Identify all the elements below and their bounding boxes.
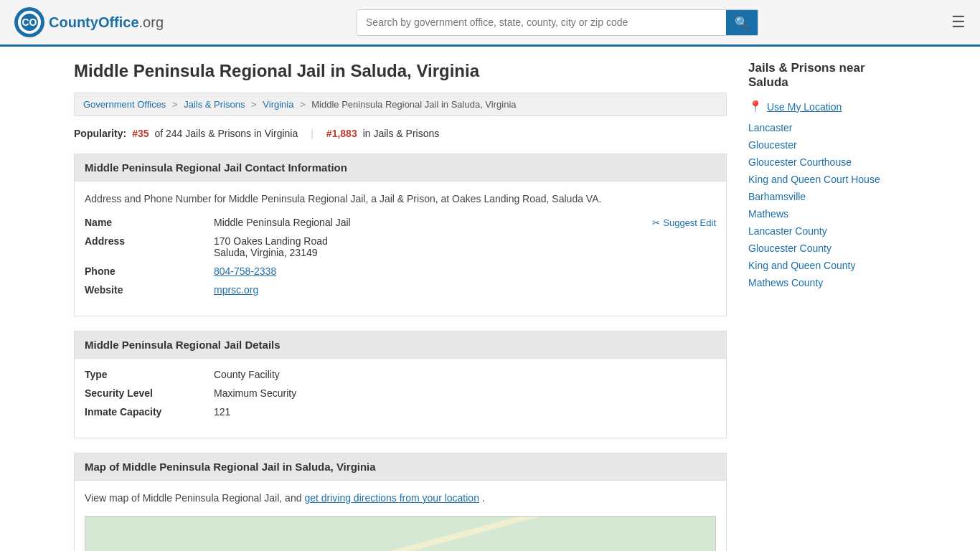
menu-icon[interactable]: ☰ (951, 13, 966, 32)
breadcrumb-sep-1: > (172, 99, 178, 110)
details-section-body: Type County Facility Security Level Maxi… (74, 358, 727, 438)
sidebar-list-item: Lancaster County (748, 225, 906, 237)
sidebar-list-item: Lancaster (748, 122, 906, 133)
popularity-rank2-text: in Jails & Prisons (363, 128, 440, 139)
capacity-row: Inmate Capacity 121 (85, 406, 716, 418)
website-value: mprsc.org (214, 284, 258, 296)
phone-label: Phone (85, 265, 214, 277)
popularity-rank-number: #35 (132, 128, 149, 139)
search-button[interactable]: 🔍 (726, 10, 758, 35)
sidebar-list-item: Mathews County (748, 277, 906, 288)
svg-text:CO: CO (22, 17, 37, 28)
search-area: 🔍 (357, 9, 758, 36)
breadcrumb-sep-2: > (251, 99, 257, 110)
suggest-edit-label: Suggest Edit (663, 217, 716, 228)
address-value: 170 Oakes Landing Road Saluda, Virginia,… (214, 235, 328, 258)
popularity-separator: | (311, 128, 314, 139)
logo-icon: CO (14, 7, 44, 37)
sidebar-link-9[interactable]: Mathews County (748, 277, 823, 288)
breadcrumb-sep-3: > (300, 99, 306, 110)
popularity-bar: Popularity: #35 of 244 Jails & Prisons i… (74, 128, 727, 139)
popularity-rank2-number: #1,883 (326, 128, 357, 139)
map-section: Map of Middle Peninsula Regional Jail in… (74, 453, 727, 551)
sidebar-list-item: King and Queen Court House (748, 174, 906, 185)
use-my-location-link[interactable]: Use My Location (767, 101, 842, 113)
search-icon: 🔍 (735, 17, 749, 29)
breadcrumb: Government Offices > Jails & Prisons > V… (74, 93, 727, 116)
contact-name-row: Name Middle Peninsula Regional Jail ✂ Su… (85, 217, 716, 228)
search-input[interactable] (357, 11, 726, 34)
website-row: Website mprsc.org (85, 284, 716, 296)
phone-link[interactable]: 804-758-2338 (214, 265, 276, 277)
phone-value: 804-758-2338 (214, 265, 276, 277)
logo-area: CO CountyOffice.org (14, 7, 164, 37)
driving-directions-link[interactable]: get driving directions from your locatio… (304, 492, 479, 504)
sidebar-link-1[interactable]: Gloucester (748, 139, 797, 151)
type-value: County Facility (214, 369, 280, 380)
capacity-value: 121 (214, 406, 230, 418)
popularity-label: Popularity: (74, 128, 126, 139)
sidebar-link-2[interactable]: Gloucester Courthouse (748, 156, 852, 168)
map-background (85, 517, 715, 551)
details-section: Middle Peninsula Regional Jail Details T… (74, 331, 727, 438)
popularity-rank-text: of 244 Jails & Prisons in Virginia (154, 128, 298, 139)
edit-icon: ✂ (652, 217, 660, 228)
capacity-label: Inmate Capacity (85, 406, 214, 418)
website-label: Website (85, 284, 214, 296)
map-section-body: View map of Middle Peninsula Regional Ja… (74, 480, 727, 551)
breadcrumb-link-3[interactable]: Virginia (263, 99, 293, 110)
sidebar-list-item: King and Queen County (748, 260, 906, 271)
breadcrumb-current: Middle Peninsula Regional Jail in Saluda… (311, 99, 516, 110)
sidebar-list-item: Gloucester (748, 139, 906, 151)
contact-section: Middle Peninsula Regional Jail Contact I… (74, 154, 727, 316)
content-area: Middle Peninsula Regional Jail in Saluda… (74, 61, 727, 551)
security-row: Security Level Maximum Security (85, 387, 716, 399)
sidebar-list-item: Barhamsville (748, 191, 906, 202)
sidebar-list-item: Gloucester Courthouse (748, 156, 906, 168)
sidebar-list-item: Gloucester County (748, 242, 906, 254)
map-desc-end: . (482, 492, 485, 504)
sidebar-link-5[interactable]: Mathews (748, 208, 788, 220)
page-title: Middle Peninsula Regional Jail in Saluda… (74, 61, 727, 81)
sidebar-title: Jails & Prisons near Saluda (748, 61, 906, 90)
address-row: Address 170 Oakes Landing Road Saluda, V… (85, 235, 716, 258)
security-value: Maximum Security (214, 387, 296, 399)
contact-section-body: Address and Phone Number for Middle Peni… (74, 181, 727, 316)
security-label: Security Level (85, 387, 214, 399)
address-label: Address (85, 235, 214, 247)
map-placeholder[interactable]: Middle Peninsula Regional Security (85, 516, 716, 551)
website-link[interactable]: mprsc.org (214, 284, 258, 296)
location-pin-icon: 📍 (748, 100, 763, 113)
sidebar-link-4[interactable]: Barhamsville (748, 191, 806, 202)
site-header: CO CountyOffice.org 🔍 ☰ (0, 0, 980, 47)
sidebar-location: 📍 Use My Location (748, 100, 906, 113)
sidebar-link-3[interactable]: King and Queen Court House (748, 174, 880, 185)
sidebar-link-7[interactable]: Gloucester County (748, 242, 831, 254)
map-section-header: Map of Middle Peninsula Regional Jail in… (74, 453, 727, 480)
name-value: Middle Peninsula Regional Jail (214, 217, 351, 228)
sidebar-links: LancasterGloucesterGloucester Courthouse… (748, 122, 906, 288)
sidebar-link-6[interactable]: Lancaster County (748, 225, 827, 237)
breadcrumb-link-2[interactable]: Jails & Prisons (184, 99, 245, 110)
sidebar-list-item: Mathews (748, 208, 906, 220)
name-left: Name Middle Peninsula Regional Jail (85, 217, 351, 228)
address-line2: Saluda, Virginia, 23149 (214, 247, 328, 258)
address-line1: 170 Oakes Landing Road (214, 235, 328, 247)
map-description: View map of Middle Peninsula Regional Ja… (85, 491, 716, 506)
type-row: Type County Facility (85, 369, 716, 380)
contact-section-header: Middle Peninsula Regional Jail Contact I… (74, 154, 727, 181)
sidebar-link-8[interactable]: King and Queen County (748, 260, 855, 271)
sidebar: Jails & Prisons near Saluda 📍 Use My Loc… (748, 61, 906, 551)
contact-description: Address and Phone Number for Middle Peni… (85, 192, 716, 207)
details-section-header: Middle Peninsula Regional Jail Details (74, 331, 727, 358)
phone-row: Phone 804-758-2338 (85, 265, 716, 277)
logo-text: CountyOffice.org (49, 14, 164, 31)
sidebar-link-0[interactable]: Lancaster (748, 122, 792, 133)
main-container: Middle Peninsula Regional Jail in Saluda… (60, 47, 920, 551)
map-desc-text: View map of Middle Peninsula Regional Ja… (85, 492, 301, 504)
suggest-edit-link[interactable]: ✂ Suggest Edit (652, 217, 716, 228)
type-label: Type (85, 369, 214, 380)
map-road (156, 516, 645, 551)
breadcrumb-link-1[interactable]: Government Offices (83, 99, 166, 110)
name-label: Name (85, 217, 214, 228)
